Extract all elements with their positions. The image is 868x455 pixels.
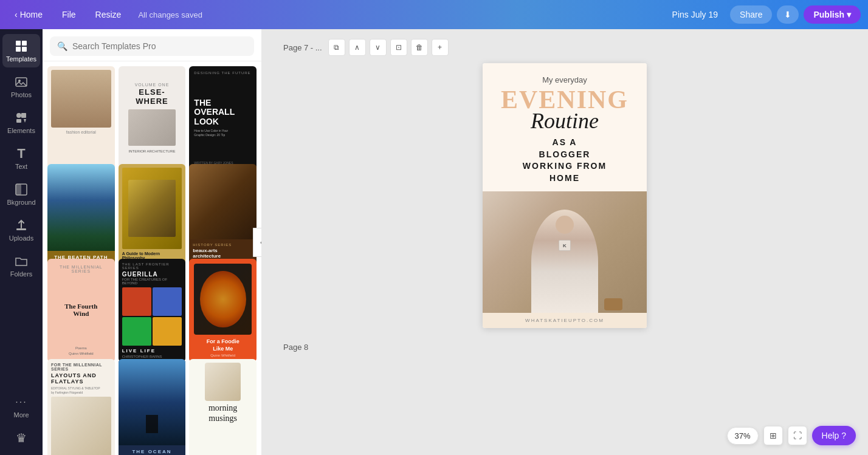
canvas-area: Page 7 - ... ⧉ ∧ ∨ ⊡ 🗑 + My everyday EVE…	[261, 29, 868, 455]
chevron-left-icon: ‹	[15, 10, 18, 19]
templates-panel: 🔍 fashion editorial VOLUME ONE ELSE-WHER…	[43, 29, 261, 455]
page-copy-button[interactable]: ⊡	[390, 39, 407, 56]
page-duplicate-button[interactable]: ⧉	[328, 39, 345, 56]
sidebar: Templates Photos Elements T Text Bkgroun…	[0, 29, 43, 455]
card-as-blogger: AS ABLOGGERWORKING FROMHOME	[492, 137, 637, 184]
design-card-page7[interactable]: My everyday EVENING Routine AS ABLOGGERW…	[483, 63, 647, 328]
page-controls: Page 7 - ... ⧉ ∧ ∨ ⊡ 🗑 +	[283, 39, 449, 56]
sidebar-uploads-label: Uploads	[9, 234, 33, 242]
sidebar-item-uploads[interactable]: Uploads	[2, 213, 40, 247]
template-card[interactable]: DESIGNING THE FUTURE THEOVERALLLOOK How …	[189, 66, 257, 169]
search-input[interactable]	[72, 41, 247, 51]
help-button[interactable]: Help ?	[812, 426, 856, 445]
zoom-level[interactable]: 37%	[727, 427, 759, 445]
sidebar-item-elements[interactable]: Elements	[2, 106, 40, 139]
template-card[interactable]: morningmusings	[189, 359, 257, 456]
home-label: Home	[20, 10, 43, 19]
sidebar-more-label: More	[13, 411, 29, 419]
card-photo: K	[483, 191, 647, 313]
resize-button[interactable]: Resize	[88, 6, 129, 23]
photos-icon	[14, 75, 29, 89]
svg-rect-1	[22, 41, 27, 46]
sidebar-item-background[interactable]: Bkground	[2, 177, 40, 211]
sidebar-elements-label: Elements	[7, 127, 35, 134]
svg-rect-0	[16, 41, 21, 46]
sidebar-templates-label: Templates	[6, 55, 36, 63]
template-card[interactable]: fashion editorial	[47, 66, 115, 169]
template-card[interactable]: THE OCEAN ALEX PREUS	[119, 359, 186, 456]
pins-label: Pins July 19	[665, 6, 725, 23]
sidebar-text-label: Text	[15, 163, 27, 170]
file-button[interactable]: File	[55, 6, 83, 23]
sidebar-item-templates[interactable]: Templates	[2, 34, 40, 67]
share-label: Share	[740, 10, 762, 19]
svg-point-6	[16, 113, 21, 118]
page-delete-button[interactable]: 🗑	[411, 39, 428, 56]
template-card[interactable]: FOR THE MILLENNIAL SERIES LAYOUTS AND FL…	[47, 359, 115, 456]
more-icon: ···	[14, 395, 29, 409]
template-card[interactable]: HISTORY SERIES beaux-artsarchitecture BY…	[189, 164, 257, 267]
page-down-button[interactable]: ∨	[370, 39, 387, 56]
template-card[interactable]: THE BEATEN PATH TO FULFILMENT	[47, 164, 115, 267]
sidebar-item-crown[interactable]: ♛	[2, 426, 40, 450]
crown-icon: ♛	[14, 431, 29, 445]
folders-icon	[14, 254, 29, 269]
page-up-button[interactable]: ∧	[349, 39, 366, 56]
template-card[interactable]: THE LAST FRONTIER SERIES GUERILLA FOR TH…	[119, 259, 186, 362]
sidebar-background-label: Bkground	[7, 199, 35, 206]
elements-icon	[14, 111, 29, 125]
chevron-down-icon: ▾	[847, 10, 851, 19]
fullscreen-button[interactable]: ⛶	[788, 426, 807, 445]
home-button[interactable]: ‹ Home	[7, 6, 50, 23]
template-card[interactable]: A Guide to Modern Philosophy GARY JONES	[119, 164, 186, 267]
hide-panel-button[interactable]: ‹	[253, 228, 261, 257]
card-footer-website: WHATSKATIEUPTO.COM	[483, 313, 647, 328]
background-icon	[14, 182, 29, 197]
saved-status: All changes saved	[138, 10, 660, 19]
text-icon: T	[14, 146, 29, 161]
uploads-icon	[14, 218, 29, 233]
resize-label: Resize	[95, 10, 122, 19]
sidebar-photos-label: Photos	[11, 91, 32, 98]
publish-button[interactable]: Publish ▾	[804, 5, 861, 24]
page-add-button[interactable]: +	[432, 39, 449, 56]
main-layout: Templates Photos Elements T Text Bkgroun…	[0, 29, 868, 455]
download-button[interactable]: ⬇	[777, 5, 799, 24]
download-icon: ⬇	[784, 10, 791, 19]
share-button[interactable]: Share	[730, 5, 772, 24]
sidebar-item-folders[interactable]: Folders	[2, 249, 40, 282]
card-my-everyday: My everyday	[492, 75, 637, 84]
svg-rect-11	[16, 184, 21, 195]
card-top: My everyday EVENING Routine AS ABLOGGERW…	[483, 63, 647, 191]
search-bar: 🔍	[43, 29, 261, 61]
search-icon: 🔍	[57, 41, 67, 51]
svg-rect-8	[16, 119, 21, 123]
sidebar-item-text[interactable]: T Text	[2, 142, 40, 175]
publish-label: Publish	[813, 10, 844, 19]
svg-rect-3	[22, 47, 27, 52]
top-navigation: ‹ Home File Resize All changes saved Pin…	[0, 0, 868, 29]
nav-right-actions: Pins July 19 Share ⬇ Publish ▾	[665, 5, 861, 24]
search-input-wrap: 🔍	[50, 36, 254, 56]
svg-rect-2	[16, 47, 21, 52]
template-card[interactable]: For a FoodieLike Me Quinn Whitfield	[189, 259, 257, 362]
template-card-fourth-wind[interactable]: THE MILLENNIAL SERIES The FourthWind Poe…	[47, 259, 115, 362]
templates-icon	[14, 39, 29, 53]
file-label: File	[62, 10, 76, 19]
page8-label: Page 8	[283, 343, 308, 352]
sidebar-item-photos[interactable]: Photos	[2, 70, 40, 103]
svg-marker-9	[24, 119, 26, 123]
template-card[interactable]: VOLUME ONE ELSE-WHERE INTERIOR ARCHITECT…	[119, 66, 186, 169]
sidebar-item-more[interactable]: ··· More	[2, 390, 40, 423]
template-grid: fashion editorial VOLUME ONE ELSE-WHERE …	[43, 61, 261, 455]
grid-view-button[interactable]: ⊞	[763, 426, 783, 445]
bottom-bar: 37% ⊞ ⛶ Help ?	[727, 426, 856, 445]
sidebar-folders-label: Folders	[10, 270, 33, 278]
page-label: Page 7 - ...	[283, 43, 322, 52]
svg-rect-7	[21, 113, 26, 118]
svg-rect-12	[16, 228, 26, 230]
